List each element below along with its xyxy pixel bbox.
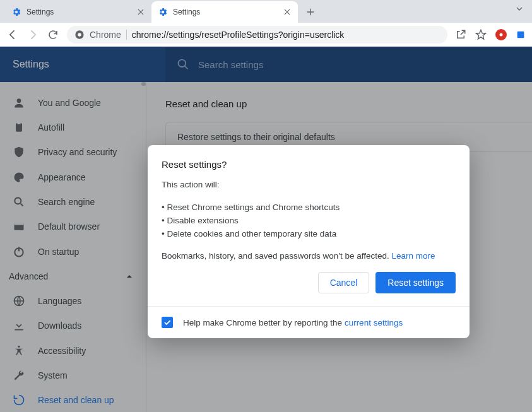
reload-button[interactable] [47,28,59,41]
bullet-item: Disable extensions [162,215,456,228]
bookmark-star-icon[interactable] [475,29,487,40]
dialog-title: Reset settings? [162,159,456,170]
forward-button[interactable] [27,28,39,41]
svg-rect-3 [517,31,524,38]
tab-strip: Settings Settings [0,0,532,23]
cancel-button[interactable]: Cancel [318,272,370,293]
close-icon[interactable] [283,8,292,16]
learn-more-link[interactable]: Learn more [392,251,435,261]
tab-settings-1[interactable]: Settings [5,1,151,23]
back-button[interactable] [6,28,19,41]
new-tab-button[interactable] [302,3,319,21]
dialog-note: Bookmarks, history, and saved passwords … [162,251,456,261]
extension-icon[interactable] [495,29,507,40]
report-checkbox[interactable] [162,317,173,328]
dialog-intro: This action will: [162,179,456,191]
scheme-label: Chrome [90,30,121,40]
svg-point-2 [500,33,503,36]
current-settings-link[interactable]: current settings [345,318,403,327]
svg-point-1 [78,33,81,36]
close-icon[interactable] [136,8,145,16]
tab-label: Settings [173,8,278,16]
tab-label: Settings [27,8,131,16]
omnibox[interactable]: Chrome chrome://settings/resetProfileSet… [67,26,447,44]
extension2-icon[interactable] [516,30,526,40]
reset-settings-dialog: Reset settings? This action will: Reset … [148,145,470,338]
dialog-bullets: Reset Chrome settings and Chrome shortcu… [162,201,456,241]
footer-text: Help make Chrome better by reporting the… [183,318,403,327]
gear-icon [158,7,168,17]
window-menu-icon[interactable] [514,4,524,14]
url-text: chrome://settings/resetProfileSettings?o… [132,30,345,40]
chrome-logo-icon [74,30,85,40]
reset-settings-button[interactable]: Reset settings [375,272,456,293]
bullet-item: Reset Chrome settings and Chrome shortcu… [162,201,456,215]
address-bar: Chrome chrome://settings/resetProfileSet… [0,23,532,47]
separator [126,30,127,40]
share-icon[interactable] [455,29,466,40]
tab-settings-2[interactable]: Settings [151,1,298,23]
bullet-item: Delete cookies and other temporary site … [162,228,456,241]
gear-icon [11,7,21,17]
